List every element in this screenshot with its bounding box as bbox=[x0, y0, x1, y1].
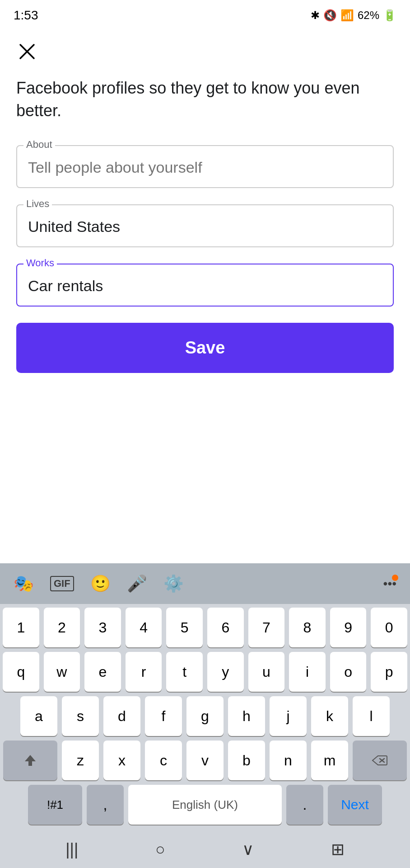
lives-input[interactable] bbox=[16, 204, 394, 247]
next-key[interactable]: Next bbox=[328, 785, 382, 825]
key-3[interactable]: 3 bbox=[84, 608, 121, 647]
key-c[interactable]: c bbox=[145, 741, 182, 780]
recent-nav-button[interactable]: ∨ bbox=[242, 840, 254, 859]
period-key[interactable]: . bbox=[286, 785, 323, 825]
more-button[interactable]: ••• bbox=[383, 576, 396, 591]
key-z[interactable]: z bbox=[62, 741, 99, 780]
key-p[interactable]: p bbox=[371, 652, 407, 692]
keyboard-nav-button[interactable]: ⊞ bbox=[331, 840, 345, 859]
keyboard-rows: 1 2 3 4 5 6 7 8 9 0 q w e r t y u i o p … bbox=[0, 604, 410, 831]
key-l[interactable]: l bbox=[353, 696, 390, 736]
emoji-icon[interactable]: 🙂 bbox=[90, 574, 111, 593]
status-bar: 1:53 ✱ 🔇 📶 62% 🔋 bbox=[0, 0, 410, 27]
key-k[interactable]: k bbox=[311, 696, 348, 736]
key-b[interactable]: b bbox=[228, 741, 265, 780]
sticker-icon[interactable]: 🎭 bbox=[14, 574, 34, 593]
key-e[interactable]: e bbox=[84, 652, 121, 692]
settings-icon[interactable]: ⚙️ bbox=[163, 574, 184, 593]
asdf-row: a s d f g h j k l bbox=[3, 696, 407, 736]
key-r[interactable]: r bbox=[126, 652, 162, 692]
space-key[interactable]: English (UK) bbox=[128, 785, 282, 825]
key-2[interactable]: 2 bbox=[44, 608, 80, 647]
key-h[interactable]: h bbox=[228, 696, 265, 736]
battery-text: 62% bbox=[358, 9, 379, 22]
key-f[interactable]: f bbox=[145, 696, 182, 736]
key-w[interactable]: w bbox=[44, 652, 80, 692]
keyboard-area: 🎭 GIF 🙂 🎤 ⚙️ ••• 1 2 3 4 5 6 7 8 9 0 q w… bbox=[0, 563, 410, 868]
keyboard-toolbar: 🎭 GIF 🙂 🎤 ⚙️ ••• bbox=[0, 563, 410, 604]
bottom-nav: ||| ○ ∨ ⊞ bbox=[0, 831, 410, 868]
backspace-key[interactable] bbox=[353, 741, 407, 780]
mic-icon[interactable]: 🎤 bbox=[127, 574, 147, 593]
zxcv-row: z x c v b n m bbox=[3, 741, 407, 780]
works-field: Works bbox=[16, 264, 394, 307]
gif-icon[interactable]: GIF bbox=[50, 576, 74, 591]
key-6[interactable]: 6 bbox=[207, 608, 244, 647]
key-i[interactable]: i bbox=[289, 652, 326, 692]
shift-key[interactable] bbox=[3, 741, 57, 780]
about-input[interactable] bbox=[16, 145, 394, 188]
bottom-row: !#1 , English (UK) . Next bbox=[3, 785, 407, 825]
save-button[interactable]: Save bbox=[16, 323, 394, 373]
key-9[interactable]: 9 bbox=[330, 608, 367, 647]
key-d[interactable]: d bbox=[103, 696, 140, 736]
qwerty-row: q w e r t y u i o p bbox=[3, 652, 407, 692]
bluetooth-icon: ✱ bbox=[311, 9, 320, 22]
status-icons: ✱ 🔇 📶 62% 🔋 bbox=[311, 9, 396, 22]
close-button[interactable] bbox=[16, 41, 38, 62]
battery-icon: 🔋 bbox=[383, 9, 396, 22]
key-j[interactable]: j bbox=[270, 696, 307, 736]
key-q[interactable]: q bbox=[3, 652, 39, 692]
description-text: Facebook profiles so they get to know yo… bbox=[16, 77, 394, 123]
comma-key[interactable]: , bbox=[87, 785, 124, 825]
key-t[interactable]: t bbox=[166, 652, 203, 692]
key-v[interactable]: v bbox=[186, 741, 224, 780]
wifi-icon: 📶 bbox=[340, 9, 354, 22]
key-8[interactable]: 8 bbox=[289, 608, 326, 647]
home-nav-button[interactable]: ○ bbox=[155, 840, 165, 859]
key-7[interactable]: 7 bbox=[248, 608, 285, 647]
works-input[interactable] bbox=[16, 264, 394, 307]
lives-label: Lives bbox=[23, 198, 52, 210]
back-nav-button[interactable]: ||| bbox=[65, 840, 78, 859]
key-s[interactable]: s bbox=[62, 696, 99, 736]
key-a[interactable]: a bbox=[20, 696, 57, 736]
key-n[interactable]: n bbox=[270, 741, 307, 780]
key-y[interactable]: y bbox=[207, 652, 244, 692]
key-4[interactable]: 4 bbox=[126, 608, 162, 647]
key-0[interactable]: 0 bbox=[371, 608, 407, 647]
number-row: 1 2 3 4 5 6 7 8 9 0 bbox=[3, 608, 407, 647]
notification-dot bbox=[392, 575, 398, 581]
works-label: Works bbox=[23, 257, 57, 269]
status-time: 1:53 bbox=[14, 8, 38, 23]
key-u[interactable]: u bbox=[248, 652, 285, 692]
key-5[interactable]: 5 bbox=[166, 608, 203, 647]
symbols-key[interactable]: !#1 bbox=[28, 785, 82, 825]
key-g[interactable]: g bbox=[186, 696, 224, 736]
about-label: About bbox=[23, 139, 55, 151]
about-field: About bbox=[16, 145, 394, 188]
key-o[interactable]: o bbox=[330, 652, 367, 692]
key-x[interactable]: x bbox=[103, 741, 140, 780]
key-1[interactable]: 1 bbox=[3, 608, 39, 647]
content-area: Facebook profiles so they get to know yo… bbox=[0, 27, 410, 382]
lives-field: Lives bbox=[16, 204, 394, 247]
key-m[interactable]: m bbox=[311, 741, 348, 780]
mute-icon: 🔇 bbox=[323, 9, 337, 22]
